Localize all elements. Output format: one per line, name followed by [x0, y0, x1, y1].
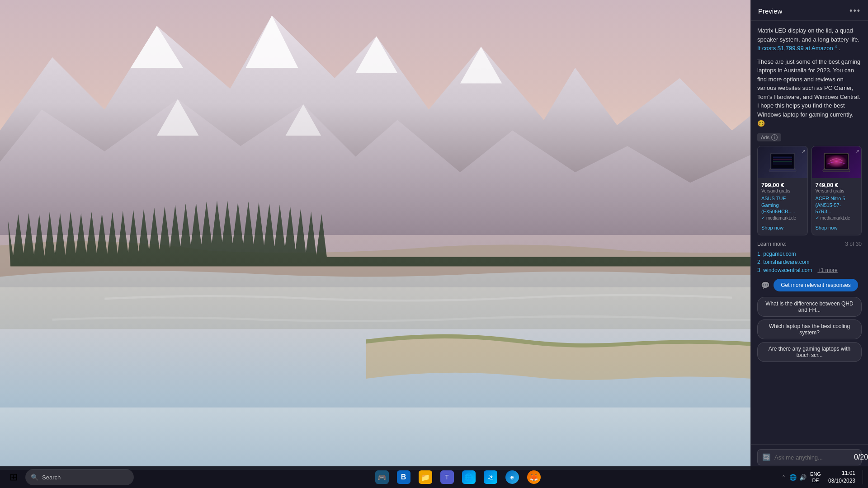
ads-info-icon[interactable]: i [771, 134, 778, 141]
store-name-1: mediamarkt.de [766, 216, 796, 221]
sidebar-header: Preview ••• [751, 0, 868, 21]
sidebar-content: Matrix LED display on the lid, a quad-sp… [751, 21, 868, 444]
suggestion-chip-1[interactable]: What is the difference between QHD and F… [757, 297, 862, 317]
product-price-1: 799,00 € [761, 182, 804, 188]
taskbar-left: ⊞ 🔍 Search [4, 467, 134, 487]
learn-more-extra-link[interactable]: +1 more [817, 267, 837, 273]
learn-more-section: Learn more: 3 of 30 1. pcgamer.com 2. to… [757, 241, 862, 273]
ads-badge: Ads i [757, 133, 781, 141]
product-price-2: 749,00 € [816, 182, 858, 188]
time-display: 11:01 [842, 469, 855, 477]
product-expand-2[interactable]: ↗ [855, 148, 859, 155]
language-code: ENG [810, 471, 821, 477]
emoji-smile: 😊 [757, 120, 765, 127]
language-indicator[interactable]: ENG DE [810, 471, 821, 484]
taskbar: ⊞ 🔍 Search 🎮 B 📁 T 🌐 🛍 [0, 466, 868, 488]
learn-more-links: 1. pcgamer.com 2. tomshardware.com 3. wi… [757, 251, 862, 273]
taskbar-bing-icon[interactable]: B [394, 467, 414, 487]
suggestion-chips: What is the difference between QHD and F… [757, 297, 862, 362]
taskbar-edge-icon[interactable]: 🌐 [459, 467, 479, 487]
show-desktop-button[interactable] [863, 470, 864, 484]
laptop-svg-2 [821, 151, 852, 173]
taskbar-explorer-icon[interactable]: 📁 [415, 467, 435, 487]
product-image-2: ↗ [812, 146, 862, 178]
chat-text-1: Matrix LED display on the lid, a quad-sp… [757, 26, 862, 53]
ask-input[interactable] [774, 454, 850, 461]
learn-more-link-2[interactable]: 2. tomshardware.com [757, 259, 862, 265]
char-count: 0/2000 [854, 453, 868, 461]
get-more-button[interactable]: Get more relevant responses [774, 279, 858, 291]
product-name-2[interactable]: ACER Nitro 5 (AN515-57-57R3.... [816, 195, 858, 215]
product-card-1[interactable]: ↗ 799,00 € Versand gratis ASUS TUF Gamin… [757, 146, 808, 235]
search-bar[interactable]: 🔍 Search [25, 469, 134, 485]
language-region: DE [812, 477, 819, 483]
taskbar-firefox-icon[interactable]: 🦊 [524, 467, 544, 487]
relevance-icon: 💬 [761, 281, 770, 290]
learn-more-label: Learn more: [757, 241, 787, 247]
learn-more-header: Learn more: 3 of 30 [757, 241, 862, 247]
store-verified-icon-1: ✓ [761, 216, 765, 221]
store-verified-icon-2: ✓ [816, 216, 819, 221]
svg-rect-14 [826, 155, 847, 168]
taskbar-right: ⌃ 🌐 🔊 ENG DE 11:01 03/10/2023 [782, 469, 864, 485]
learn-more-row-3: 3. windowscentral.com +1 more [757, 267, 862, 273]
clock-area[interactable]: 11:01 03/10/2023 [825, 469, 859, 485]
desktop-wallpaper [0, 0, 868, 470]
start-button[interactable]: ⊞ [4, 467, 24, 487]
network-icon[interactable]: 🌐 [789, 474, 797, 481]
new-chat-icon[interactable]: 🔄 [762, 453, 771, 461]
svg-rect-6 [773, 156, 792, 165]
taskbar-center: 🎮 B 📁 T 🌐 🛍 e 🦊 [136, 467, 780, 487]
product-store-1: ✓ mediamarkt.de [761, 216, 804, 221]
chat-text-2: These are just some of the best gaming l… [757, 57, 862, 129]
taskbar-edge2-icon[interactable]: e [502, 467, 522, 487]
product-info-1: 799,00 € Versand gratis ASUS TUF Gaming … [758, 178, 807, 235]
product-name-1[interactable]: ASUS TUF Gaming (FX506HCB-.... [761, 195, 804, 215]
sidebar-title: Preview [758, 7, 782, 15]
product-card-2[interactable]: ↗ 749,00 € Versand gratis ACER Nitro 5 (… [811, 146, 862, 235]
svg-rect-10 [769, 169, 796, 172]
date-display: 03/10/2023 [828, 477, 855, 485]
volume-icon[interactable]: 🔊 [799, 474, 807, 481]
store-name-2: mediamarkt.de [821, 216, 850, 221]
notification-chevron[interactable]: ⌃ [782, 474, 786, 480]
product-shipping-1: Versand gratis [761, 188, 804, 193]
product-shipping-2: Versand gratis [816, 188, 858, 193]
sidebar-more-button[interactable]: ••• [849, 6, 861, 16]
shop-now-btn-2[interactable]: Shop now [816, 225, 838, 230]
price-link[interactable]: It costs $1,799.99 at Amazon [757, 45, 833, 52]
taskbar-teams-icon[interactable]: T [437, 467, 457, 487]
ads-label: Ads [761, 135, 769, 140]
learn-more-link-1[interactable]: 1. pcgamer.com [757, 251, 862, 257]
relevance-section: 💬 Get more relevant responses [757, 279, 862, 291]
shop-now-btn-1[interactable]: Shop now [761, 225, 783, 230]
taskbar-steam-icon[interactable]: 🎮 [372, 467, 392, 487]
product-info-2: 749,00 € Versand gratis ACER Nitro 5 (AN… [812, 178, 862, 235]
product-image-1: ↗ [758, 146, 807, 178]
taskbar-store-icon[interactable]: 🛍 [481, 467, 500, 487]
svg-rect-15 [823, 169, 850, 172]
product-store-2: ✓ mediamarkt.de [816, 216, 858, 221]
search-bar-label: Search [42, 474, 61, 481]
product-grid: ↗ 799,00 € Versand gratis ASUS TUF Gamin… [757, 146, 862, 235]
suggestion-chip-2[interactable]: Which laptop has the best cooling system… [757, 319, 862, 339]
product-expand-1[interactable]: ↗ [801, 148, 806, 155]
ask-input-area[interactable]: 🔄 0/2000 [757, 449, 862, 465]
laptop-svg-1 [767, 151, 798, 173]
suggestion-chip-3[interactable]: Are there any gaming laptops with touch … [757, 342, 862, 362]
learn-more-count: 3 of 30 [845, 241, 862, 247]
footnote-1: 4 [835, 44, 837, 49]
learn-more-link-3[interactable]: 3. windowscentral.com [757, 267, 812, 273]
sidebar-panel: Preview ••• Matrix LED display on the li… [750, 0, 868, 470]
system-tray: 🌐 🔊 [789, 474, 807, 481]
